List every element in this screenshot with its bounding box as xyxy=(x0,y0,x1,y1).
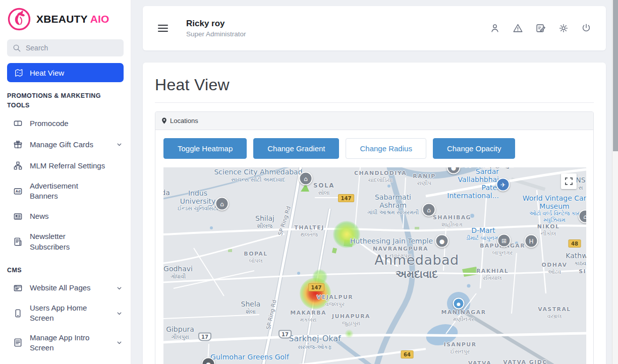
sidebar-item-label: Promocode xyxy=(30,118,105,129)
page-title: Heat View xyxy=(155,76,594,94)
location-pin-icon xyxy=(161,117,167,124)
sidebar-item-advertisement-banners[interactable]: AdAdvertisement Banners xyxy=(0,176,131,206)
sidebar-item-label: MLM Referral Settings xyxy=(30,161,105,171)
hamburger-menu-icon[interactable] xyxy=(158,23,168,34)
map-label: Hutheesing Jain Temple xyxy=(350,237,433,245)
brand-name: XBEAUTY AIO xyxy=(36,13,109,25)
sidebar-item-label: Newsletter Subscribers xyxy=(30,231,105,252)
sidebar-item-label: Heat View xyxy=(30,69,64,77)
alert-icon[interactable] xyxy=(512,23,524,34)
museum-marker[interactable]: ⌂ xyxy=(299,172,313,186)
sidebar-item-website-all-pages[interactable]: Website All Pages xyxy=(0,277,131,298)
page-scrollbar-thumb[interactable] xyxy=(613,0,618,151)
sidebar-item-news[interactable]: News xyxy=(0,206,131,227)
xbeauty-logo-icon xyxy=(7,7,31,31)
top-header: Ricky roy Super Administrator xyxy=(143,6,606,50)
change-opacity-button[interactable]: Change Opacity xyxy=(433,138,516,159)
search-input[interactable] xyxy=(26,44,119,52)
map-label: Ahmedabadઅમદાવાદ xyxy=(374,252,459,280)
sidebar-item-manage-language[interactable]: Manage Language xyxy=(0,357,131,364)
map-label: Sarkhej-Okafસરખેજ-ઓકફ xyxy=(289,334,341,350)
title-divider xyxy=(155,102,594,103)
hierarchy-icon xyxy=(13,161,23,170)
sidebar-section-title: CMS xyxy=(0,257,131,277)
map-label: ડી માર્ટ નરોડા, હસપુરા xyxy=(455,167,515,169)
page-root: { "brand": { "name": "XBEAUTY", "accent"… xyxy=(0,0,618,364)
search-icon xyxy=(12,43,22,53)
road-badge: 147 xyxy=(338,194,354,202)
content-card: Heat View Locations Toggle HeatmapChange… xyxy=(143,63,606,364)
map-label: Gibpuraગીબપુરા xyxy=(166,325,194,340)
university-marker[interactable]: ⌂ xyxy=(215,197,229,211)
museum-marker[interactable]: ⌂ xyxy=(422,203,436,217)
sidebar-section-title: PROMOTIONS & MARKETING TOOLS xyxy=(0,82,131,113)
chevron-down-icon xyxy=(116,339,123,346)
sidebar-item-label: Website All Pages xyxy=(30,283,105,293)
toggle-heatmap-button[interactable]: Toggle Heatmap xyxy=(163,138,247,159)
map-label: ODHAVઓઢવ xyxy=(542,262,568,275)
logout-icon[interactable] xyxy=(581,23,592,34)
brand-logo[interactable]: XBEAUTY AIO xyxy=(0,0,131,36)
svg-text:Ad: Ad xyxy=(15,189,20,194)
change-radius-button[interactable]: Change Radius xyxy=(346,138,426,159)
chevron-down-icon xyxy=(116,285,123,291)
user-role: Super Administrator xyxy=(186,30,246,38)
map-label: BOPALબોપલ xyxy=(244,251,267,264)
locations-panel: Locations Toggle HeatmapChange GradientC… xyxy=(155,111,594,364)
user-icon[interactable] xyxy=(489,23,500,34)
map-label: Shelaશેલા xyxy=(241,300,261,315)
map-label: Sabarmati Ashramગાંધી આશ્રમ સાબરમતી xyxy=(360,193,426,216)
map-label: SOLAસોલા xyxy=(313,182,334,196)
airport-marker[interactable]: ✈ xyxy=(496,178,510,192)
ticket-icon xyxy=(13,118,23,128)
sidebar-item-label: News xyxy=(30,211,105,221)
map-label: World Vintage Car Museumઓટો વર્લ્ડ વિન્ટ… xyxy=(521,194,587,223)
sidebar-item-newsletter-subscribers[interactable]: Newsletter Subscribers xyxy=(0,227,131,257)
sidebar-item-manage-gift-cards[interactable]: Manage Gift Cards xyxy=(0,134,131,155)
intro-doc-icon xyxy=(13,338,23,347)
map-label: JUHAPURAજુહાપુરા xyxy=(332,313,370,327)
sidebar-item-heat-view[interactable]: Heat View xyxy=(7,63,124,82)
map-label: Gulmohar Greens Golf xyxy=(210,353,289,361)
temple-marker[interactable]: ● xyxy=(435,234,449,248)
map-label: NSસ xyxy=(576,176,585,191)
sidebar-item-label: Manage App Intro Screen xyxy=(30,333,105,353)
locations-panel-title: Locations xyxy=(170,117,198,125)
newsletter-icon xyxy=(13,237,23,247)
lake-marker[interactable]: ● xyxy=(453,298,465,310)
settings-icon[interactable] xyxy=(558,23,569,34)
road-badge: 147 xyxy=(308,283,324,291)
map-label: VASTRALવસ્ત્રાલ xyxy=(538,306,571,320)
heatmap-canvas[interactable]: Science City Ahmedabadસાયન્સ સીટી અમદાવા… xyxy=(163,167,586,364)
page-scrollbar xyxy=(612,0,618,364)
map-label: D-Martડીમાર્ટ બાપુનગર xyxy=(466,226,501,241)
map-label: VEJALPURવેજલપુર xyxy=(317,294,353,308)
news-icon xyxy=(13,212,23,221)
sidebar-nav: PROMOTIONS & MARKETING TOOLSPromocodeMan… xyxy=(0,82,131,364)
chevron-down-icon xyxy=(116,310,123,317)
heatmap-icon xyxy=(14,68,24,78)
sidebar-item-label: Manage Gift Cards xyxy=(30,140,105,150)
sidebar-item-users-app-home-screen[interactable]: Users App Home Screen xyxy=(0,298,131,328)
map-buttons: Toggle HeatmapChange GradientChange Radi… xyxy=(163,138,585,159)
sidebar-item-manage-app-intro-screen[interactable]: Manage App Intro Screen xyxy=(0,328,131,358)
map-label: MANINAGARમણીનગર xyxy=(441,309,486,323)
locations-panel-body: Toggle HeatmapChange GradientChange Radi… xyxy=(155,130,593,364)
map-label: Kathwadaકાઠવાડા xyxy=(566,252,586,267)
map-label: CHANDLODIYAચાંદલોડિયા xyxy=(354,170,407,184)
hospital-marker[interactable]: H xyxy=(525,234,538,248)
change-gradient-button[interactable]: Change Gradient xyxy=(253,138,339,159)
sidebar-item-promocode[interactable]: Promocode xyxy=(0,113,131,134)
webpage-icon xyxy=(13,283,23,293)
map-label: RAKHIALરખિયાલ xyxy=(476,268,509,281)
map-fullscreen-button[interactable] xyxy=(561,173,577,189)
map-label: ISANPURઈસનપુર xyxy=(444,341,477,355)
road-badge: 48 xyxy=(569,239,581,248)
road-badge: 64 xyxy=(401,350,414,358)
cart-marker[interactable]: ⊞ xyxy=(497,234,511,248)
sidebar-item-mlm-referral-settings[interactable]: MLM Referral Settings xyxy=(0,155,131,176)
road-badge: 17 xyxy=(278,330,292,339)
locations-panel-header: Locations xyxy=(155,112,593,130)
sidebar-item-label: Users App Home Screen xyxy=(30,303,105,324)
edit-form-icon[interactable] xyxy=(535,23,546,34)
